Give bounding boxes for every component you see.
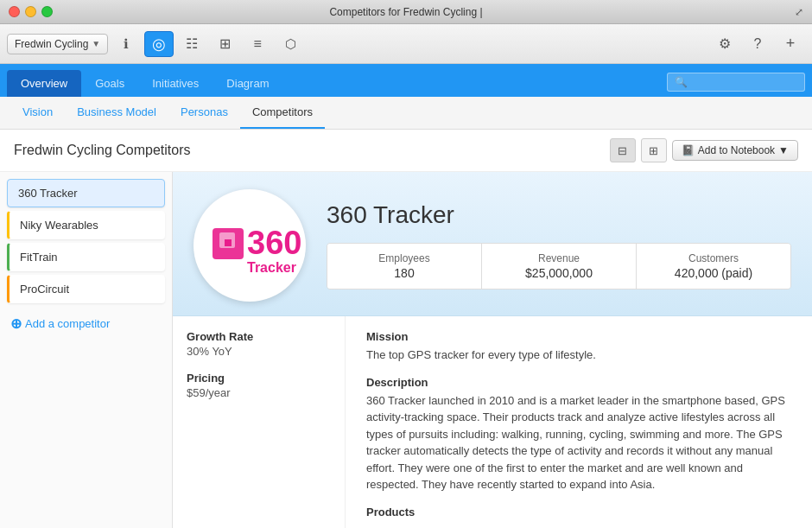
stat-employees-value: 180 — [341, 266, 467, 280]
main-content: Fredwin Cycling Competitors ⊟ ⊞ 📓 Add to… — [0, 130, 812, 528]
page-title: Fredwin Cycling Competitors — [14, 143, 191, 158]
notebook-icon: 📓 — [682, 144, 695, 156]
description-title: Description — [366, 376, 791, 389]
app-selector-label: Fredwin Cycling — [15, 38, 88, 50]
view-grid-button[interactable]: ⊞ — [641, 138, 667, 162]
stat-customers: Customers 420,000 (paid) — [637, 244, 790, 289]
nav-tabs: Overview Goals Initiatives Diagram — [0, 64, 812, 97]
pricing-label: Pricing — [187, 372, 331, 385]
products-title: Products — [366, 506, 791, 518]
circle-button[interactable]: ◎ — [144, 31, 174, 57]
detail-panel: 360 Tracker 360 Tracker Employees 180 — [173, 172, 812, 528]
sub-tabs: Vision Business Model Personas Competito… — [0, 97, 812, 130]
growth-rate-label: Growth Rate — [187, 330, 331, 343]
add-to-notebook-button[interactable]: 📓 Add to Notebook ▼ — [672, 140, 798, 161]
mission-text: The top GPS tracker for every type of li… — [366, 347, 791, 364]
minimize-button[interactable] — [25, 6, 36, 17]
pricing-field: Pricing $59/year — [187, 372, 331, 399]
tab-overview[interactable]: Overview — [7, 70, 81, 97]
growth-rate-value: 30% YoY — [187, 345, 331, 358]
add-notebook-label: Add to Notebook — [698, 144, 775, 156]
add-button[interactable]: + — [776, 31, 805, 57]
tab-personas[interactable]: Personas — [168, 97, 240, 129]
description-text: 360 Tracker launched in 2010 and is a ma… — [366, 392, 791, 493]
company-info: 360 Tracker Employees 180 Revenue $25,00… — [327, 201, 791, 289]
help-button[interactable]: ? — [743, 31, 772, 57]
tab-vision[interactable]: Vision — [10, 97, 65, 129]
svg-text:Tracker: Tracker — [247, 260, 296, 275]
sidebar-item-niky[interactable]: Niky Wearables — [7, 211, 165, 239]
info-section: Growth Rate 30% YoY Pricing $59/year Mis… — [173, 316, 812, 528]
pricing-value: $59/year — [187, 386, 331, 399]
stat-customers-label: Customers — [650, 252, 777, 264]
tab-competitors[interactable]: Competitors — [240, 97, 325, 129]
mission-title: Mission — [366, 330, 791, 343]
sidebar-item-fittrain[interactable]: FitTrain — [7, 243, 165, 271]
tab-diagram[interactable]: Diagram — [213, 70, 282, 97]
app-selector[interactable]: Fredwin Cycling ▼ — [7, 34, 108, 54]
nav-search — [667, 73, 805, 97]
logo-svg: 360 Tracker — [193, 189, 306, 302]
plus-icon: ⊕ — [10, 315, 22, 332]
toolbar: Fredwin Cycling ▼ ℹ ◎ ☷ ⊞ ≡ ⬡ ⚙ ? + — [0, 24, 812, 64]
chevron-down-icon: ▼ — [778, 144, 789, 156]
stats-row: Employees 180 Revenue $25,000,000 Custom… — [327, 243, 791, 289]
info-button[interactable]: ℹ — [111, 31, 141, 57]
content-actions: ⊟ ⊞ 📓 Add to Notebook ▼ — [610, 138, 798, 162]
title-bar: Competitors for Fredwin Cycling | ⤢ — [0, 0, 812, 24]
tab-initiatives[interactable]: Initiatives — [138, 70, 213, 97]
stat-revenue-label: Revenue — [496, 252, 622, 264]
sidebar: 360 Tracker Niky Wearables FitTrain ProC… — [0, 172, 173, 528]
view-list-button[interactable]: ⊟ — [610, 138, 636, 162]
stat-revenue: Revenue $25,000,000 — [482, 244, 637, 289]
sidebar-item-360tracker[interactable]: 360 Tracker — [7, 179, 165, 207]
left-info: Growth Rate 30% YoY Pricing $59/year — [173, 316, 346, 528]
stat-employees-label: Employees — [341, 252, 467, 264]
tab-goals[interactable]: Goals — [81, 70, 138, 97]
stat-customers-value: 420,000 (paid) — [650, 266, 777, 280]
window-controls — [9, 6, 53, 17]
calendar-button[interactable]: ☷ — [177, 31, 206, 57]
tab-business-model[interactable]: Business Model — [65, 97, 168, 129]
close-button[interactable] — [9, 6, 20, 17]
stat-employees: Employees 180 — [327, 244, 482, 289]
growth-rate-field: Growth Rate 30% YoY — [187, 330, 331, 358]
list-button[interactable]: ≡ — [243, 31, 272, 57]
toolbar-right: ⚙ ? + — [710, 31, 805, 57]
right-info: Mission The top GPS tracker for every ty… — [346, 316, 812, 528]
svg-text:360: 360 — [247, 225, 301, 261]
hero-section: 360 Tracker 360 Tracker Employees 180 — [173, 172, 812, 316]
search-input[interactable] — [667, 73, 805, 92]
company-name: 360 Tracker — [327, 201, 791, 229]
content-header: Fredwin Cycling Competitors ⊟ ⊞ 📓 Add to… — [0, 130, 812, 172]
window-title: Competitors for Fredwin Cycling | — [329, 6, 482, 18]
settings-button[interactable]: ⚙ — [710, 31, 739, 57]
body-split: 360 Tracker Niky Wearables FitTrain ProC… — [0, 172, 812, 528]
resize-icon: ⤢ — [795, 6, 803, 18]
svg-marker-3 — [225, 239, 232, 246]
grid-button[interactable]: ⊞ — [210, 31, 239, 57]
chevron-down-icon: ▼ — [92, 39, 100, 48]
add-competitor-label: Add a competitor — [25, 317, 110, 330]
company-logo: 360 Tracker — [193, 189, 306, 302]
maximize-button[interactable] — [41, 6, 53, 17]
hex-button[interactable]: ⬡ — [276, 31, 305, 57]
add-competitor-button[interactable]: ⊕ Add a competitor — [7, 310, 165, 337]
stat-revenue-value: $25,000,000 — [496, 266, 622, 280]
sidebar-item-procircuit[interactable]: ProCircuit — [7, 275, 165, 303]
